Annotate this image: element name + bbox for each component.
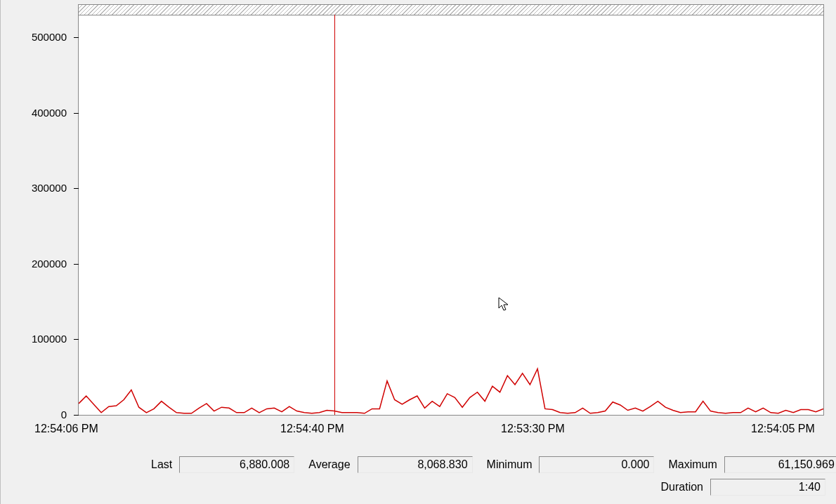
y-tick-label: 0 [61, 409, 67, 420]
chart-time-cursor[interactable] [334, 15, 335, 415]
maximum-label: Maximum [658, 458, 719, 471]
chart-line-series [79, 5, 823, 415]
y-tick-mark [74, 113, 79, 114]
y-tick-label: 200000 [32, 257, 67, 269]
y-tick-label: 100000 [32, 333, 67, 345]
stats-row: Last 6,880.008 Average 8,068.830 Minimum… [1, 456, 836, 473]
minimum-label: Minimum [477, 458, 535, 471]
y-tick-label: 500000 [32, 31, 67, 43]
y-tick-mark [74, 339, 79, 340]
y-tick-mark [74, 188, 79, 189]
average-label: Average [299, 458, 353, 471]
performance-monitor-panel: 0100000200000300000400000500000 12:54:06… [0, 0, 836, 504]
stats-row-2: Duration 1:40 [1, 479, 836, 496]
y-tick-label: 300000 [32, 182, 67, 194]
x-axis-labels: 12:54:06 PM 12:54:40 PM 12:53:30 PM 12:5… [1, 420, 836, 435]
chart-plot-area[interactable] [78, 4, 824, 416]
minimum-value: 0.000 [539, 456, 654, 473]
x-tick-label: 12:54:06 PM [34, 423, 98, 435]
maximum-value: 61,150.969 [724, 456, 836, 473]
duration-value: 1:40 [710, 479, 825, 496]
y-tick-mark [74, 264, 79, 265]
y-tick-label: 400000 [32, 106, 67, 118]
last-value: 6,880.008 [179, 456, 294, 473]
y-tick-mark [74, 415, 79, 416]
y-tick-mark [74, 37, 79, 38]
last-label: Last [141, 458, 175, 471]
duration-label: Duration [651, 481, 706, 493]
y-axis-labels: 0100000200000300000400000500000 [1, 4, 71, 416]
average-value: 8,068.830 [358, 456, 473, 473]
x-tick-label: 12:53:30 PM [501, 423, 565, 435]
x-tick-label: 12:54:05 PM [751, 423, 815, 435]
x-tick-label: 12:54:40 PM [280, 423, 344, 435]
